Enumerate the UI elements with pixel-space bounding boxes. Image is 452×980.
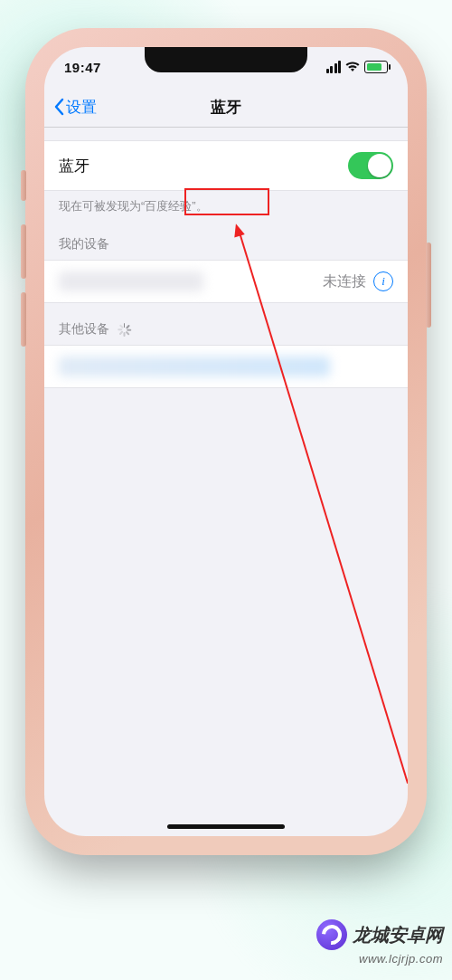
nav-bar: 设置 蓝牙 (44, 87, 408, 128)
device-status: 未连接 (323, 272, 366, 291)
spinner-icon (117, 323, 130, 337)
bluetooth-label: 蓝牙 (59, 156, 89, 176)
watermark-logo-icon (316, 919, 347, 950)
watermark-url: www.lcjrjp.com (359, 952, 443, 966)
mute-switch (21, 170, 26, 201)
wifi-icon (345, 62, 360, 72)
power-button (426, 243, 431, 328)
volume-up-button (21, 224, 26, 279)
device-name-redacted (59, 271, 203, 291)
back-button[interactable]: 设置 (53, 97, 97, 118)
battery-icon (364, 61, 388, 73)
volume-down-button (21, 292, 26, 347)
chevron-left-icon (53, 98, 64, 116)
my-devices-header: 我的设备 (44, 218, 408, 260)
my-device-row[interactable]: 未连接 i (44, 260, 408, 303)
device-name-redacted (59, 357, 330, 376)
screen: 19:47 设置 (44, 47, 408, 836)
info-icon[interactable]: i (373, 271, 393, 291)
bluetooth-toggle-row[interactable]: 蓝牙 (44, 140, 408, 191)
page-title: 蓝牙 (211, 97, 241, 118)
bluetooth-switch[interactable] (348, 152, 393, 179)
discoverable-text: 现在可被发现为“百度经验”。 (44, 191, 408, 218)
cellular-signal-icon (326, 61, 342, 73)
back-label: 设置 (66, 97, 97, 118)
home-indicator[interactable] (167, 824, 285, 829)
other-devices-header: 其他设备 (44, 303, 408, 345)
status-time: 19:47 (64, 60, 101, 75)
other-device-row[interactable] (44, 345, 408, 388)
watermark: 龙城安卓网 www.lcjrjp.com (316, 919, 443, 966)
watermark-brand: 龙城安卓网 (353, 923, 443, 947)
phone-frame: 19:47 设置 (32, 34, 420, 849)
notch (145, 47, 307, 72)
